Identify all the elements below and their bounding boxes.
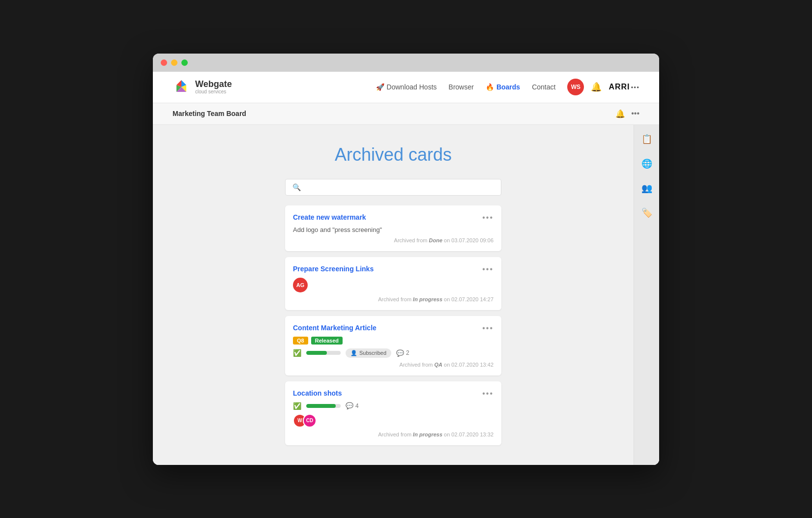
board-title: Marketing Team Board xyxy=(173,110,246,117)
card-create-watermark: Create new watermark ••• Add logo and "p… xyxy=(285,205,501,251)
card-location-shots: Location shots ••• ✅ 💬 4 xyxy=(285,381,501,445)
subscribed-badge: 👤 Subscribed xyxy=(346,348,391,358)
nav-contact[interactable]: Contact xyxy=(532,83,555,91)
nav-right: WS 🔔 ARRI ●●● xyxy=(567,79,639,95)
nav-download-hosts[interactable]: 🚀 Download Hosts xyxy=(376,83,437,91)
search-icon: 🔍 xyxy=(292,183,301,191)
nav-boards[interactable]: 🔥 Boards xyxy=(486,83,520,91)
card-screening-links: Prepare Screening Links ••• AG Archived … xyxy=(285,257,501,310)
subscribed-label: Subscribed xyxy=(359,350,386,356)
main-content: Archived cards 🔍 Create new watermark ••… xyxy=(153,125,659,465)
navbar: Webgate cloud services 🚀 Download Hosts … xyxy=(153,72,659,103)
comment-count: 4 xyxy=(355,403,359,409)
search-input[interactable] xyxy=(305,183,494,191)
comment-badge: 💬 2 xyxy=(396,349,409,357)
logo-name: Webgate xyxy=(195,80,232,89)
avatar-group: W CD xyxy=(293,414,493,428)
cards-container: Create new watermark ••• Add logo and "p… xyxy=(285,205,501,445)
more-options-icon[interactable]: ••• xyxy=(631,109,639,118)
sub-nav-actions: 🔔 ••• xyxy=(615,109,639,118)
comment-icon: 💬 xyxy=(346,402,353,409)
tag-released: Released xyxy=(311,337,343,345)
card-archive-meta: Archived from In progress on 02.07.2020 … xyxy=(293,432,493,437)
user-avatar[interactable]: WS xyxy=(567,79,584,95)
logo-text: Webgate cloud services xyxy=(195,80,232,95)
check-icon: ✅ xyxy=(293,402,301,410)
avatar-cd: CD xyxy=(303,414,317,428)
progress-bar xyxy=(306,351,341,355)
card-menu-icon[interactable]: ••• xyxy=(482,213,493,222)
right-sidebar: 📋 🌐 👥 🏷️ xyxy=(634,125,659,465)
arri-logo: ARRI ●●● xyxy=(609,83,639,91)
card-menu-icon[interactable]: ••• xyxy=(482,265,493,274)
notification-bell-icon[interactable]: 🔔 xyxy=(591,82,602,92)
browser-window: Webgate cloud services 🚀 Download Hosts … xyxy=(153,54,659,465)
progress-fill xyxy=(306,404,336,408)
card-avatar-ag: AG xyxy=(293,278,308,292)
tag-q8: Q8 xyxy=(293,337,308,345)
card-title[interactable]: Create new watermark xyxy=(293,213,366,221)
subscribed-icon: 👤 xyxy=(350,350,357,356)
card-title[interactable]: Prepare Screening Links xyxy=(293,265,374,273)
boards-icon: 🔥 xyxy=(486,83,494,91)
dot-red[interactable] xyxy=(161,59,167,66)
logo-icon xyxy=(173,78,190,96)
progress-fill xyxy=(306,351,327,355)
card-content-marketing: Content Marketing Article ••• Q8 Release… xyxy=(285,316,501,375)
card-title[interactable]: Content Marketing Article xyxy=(293,324,377,332)
progress-bar xyxy=(306,404,341,408)
card-archive-meta: Archived from QA on 02.07.2020 13:42 xyxy=(293,362,493,368)
nav-links: 🚀 Download Hosts Browser 🔥 Boards Contac… xyxy=(376,83,556,91)
card-header: Create new watermark ••• xyxy=(293,213,493,222)
nav-browser[interactable]: Browser xyxy=(449,83,474,91)
comment-icon: 💬 xyxy=(396,349,404,357)
sub-nav: Marketing Team Board 🔔 ••• xyxy=(153,103,659,125)
card-archive-meta: Archived from In progress on 02.07.2020 … xyxy=(293,296,493,302)
check-icon: ✅ xyxy=(293,349,301,357)
comment-count: 2 xyxy=(406,349,409,356)
title-bar xyxy=(153,54,659,72)
sidebar-globe-icon[interactable]: 🌐 xyxy=(639,156,654,171)
card-footer: ✅ 💬 4 xyxy=(293,402,493,410)
logo-area: Webgate cloud services xyxy=(173,78,232,96)
bell-subnav-icon[interactable]: 🔔 xyxy=(615,109,625,118)
card-tags: Q8 Released xyxy=(293,337,493,345)
page-title: Archived cards xyxy=(173,144,614,165)
dot-green[interactable] xyxy=(181,59,188,66)
card-menu-icon[interactable]: ••• xyxy=(482,324,493,333)
card-title[interactable]: Location shots xyxy=(293,389,342,397)
card-menu-icon[interactable]: ••• xyxy=(482,389,493,398)
card-archive-meta: Archived from Done on 03.07.2020 09:06 xyxy=(293,237,493,243)
card-header: Content Marketing Article ••• xyxy=(293,324,493,333)
dot-yellow[interactable] xyxy=(171,59,177,66)
rocket-icon: 🚀 xyxy=(376,83,384,91)
card-description: Add logo and "press screening" xyxy=(293,226,493,233)
sidebar-tag-icon[interactable]: 🏷️ xyxy=(639,205,654,220)
sidebar-people-icon[interactable]: 👥 xyxy=(639,181,654,196)
app-content: Webgate cloud services 🚀 Download Hosts … xyxy=(153,72,659,465)
sidebar-list-icon[interactable]: 📋 xyxy=(639,132,654,146)
content-area: Archived cards 🔍 Create new watermark ••… xyxy=(153,125,634,465)
card-header: Prepare Screening Links ••• xyxy=(293,265,493,274)
search-bar: 🔍 xyxy=(285,179,501,196)
logo-sub: cloud services xyxy=(195,89,232,94)
card-header: Location shots ••• xyxy=(293,389,493,398)
card-footer: ✅ 👤 Subscribed 💬 2 xyxy=(293,348,493,358)
comment-badge: 💬 4 xyxy=(346,402,359,409)
